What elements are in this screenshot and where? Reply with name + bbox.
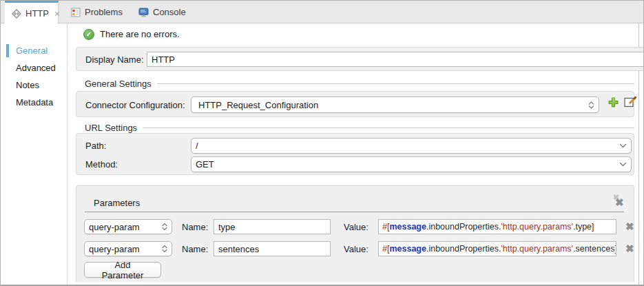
problems-icon bbox=[71, 8, 81, 17]
updown-chevron-icon bbox=[588, 101, 594, 110]
section-rule bbox=[143, 127, 634, 128]
connector-config-label: Connector Configuration: bbox=[85, 100, 185, 110]
tab-console[interactable]: Console bbox=[132, 1, 193, 23]
combo-value: query-param bbox=[89, 244, 162, 254]
selected-indicator bbox=[6, 44, 9, 57]
url-settings-group: Path: / Method: GET bbox=[76, 133, 634, 175]
add-parameter-button[interactable]: Add Parameter bbox=[84, 262, 161, 278]
status-message: There are no errors. bbox=[100, 29, 180, 39]
param-name-input[interactable] bbox=[214, 241, 331, 256]
param-value-input[interactable]: #[message.inboundProperties.'http.query.… bbox=[378, 219, 616, 234]
chevron-down-icon bbox=[619, 162, 627, 167]
sidebar-item-label: Notes bbox=[16, 80, 39, 90]
updown-chevron-icon bbox=[162, 245, 167, 253]
tab-http[interactable]: HTTP × bbox=[5, 1, 59, 24]
section-rule bbox=[157, 83, 634, 84]
param-name-label: Name: bbox=[182, 244, 208, 254]
parameters-group: Parameters ✖ ✖ query-param Name: Value: … bbox=[76, 185, 634, 282]
path-label: Path: bbox=[85, 141, 106, 151]
plus-icon bbox=[607, 96, 619, 108]
sidebar-item-label: Advanced bbox=[16, 63, 56, 73]
method-label: Method: bbox=[85, 159, 118, 170]
tab-label: Problems bbox=[85, 7, 123, 17]
parameters-title: Parameters bbox=[94, 198, 140, 208]
sidebar-item-label: General bbox=[16, 45, 48, 56]
param-value-input[interactable]: #[message.inboundProperties.'http.query.… bbox=[378, 241, 616, 256]
console-icon bbox=[138, 8, 149, 17]
display-name-label: Display Name: bbox=[85, 54, 144, 65]
editor-tab-bar: HTTP × Problems bbox=[1, 1, 643, 23]
combo-value: / bbox=[196, 141, 619, 151]
delete-parameter-icon[interactable]: ✖ bbox=[625, 221, 634, 232]
method-select[interactable]: GET bbox=[191, 156, 632, 172]
section-title: General Settings bbox=[85, 79, 152, 89]
display-name-input[interactable] bbox=[147, 52, 644, 67]
http-connector-icon bbox=[12, 9, 21, 19]
validation-status: ✓ There are no errors. bbox=[83, 28, 180, 40]
sidebar-item-metadata[interactable]: Metadata bbox=[1, 96, 67, 109]
delete-parameter-icon[interactable]: ✖ bbox=[625, 243, 634, 254]
sidebar-item-general[interactable]: General bbox=[1, 44, 67, 57]
connector-config-select[interactable]: HTTP_Request_Configuration bbox=[191, 96, 599, 113]
edit-config-button[interactable] bbox=[624, 96, 636, 108]
connector-config-group: Connector Configuration: HTTP_Request_Co… bbox=[76, 91, 634, 117]
section-title: URL Settings bbox=[85, 123, 137, 133]
combo-value: query-param bbox=[89, 222, 162, 232]
parameters-separator bbox=[85, 212, 624, 212]
sidebar-item-label: Metadata bbox=[16, 97, 53, 108]
add-config-button[interactable] bbox=[607, 96, 619, 108]
combo-value: GET bbox=[196, 159, 619, 170]
edit-icon bbox=[624, 96, 636, 108]
param-value-label: Value: bbox=[344, 244, 368, 254]
chevron-down-icon bbox=[619, 143, 627, 148]
sidebar-item-advanced[interactable]: Advanced bbox=[1, 61, 67, 74]
display-name-group: Display Name: bbox=[76, 47, 644, 71]
success-check-icon: ✓ bbox=[83, 29, 94, 40]
remove-all-parameters-button[interactable]: ✖ ✖ bbox=[613, 194, 627, 208]
param-name-input[interactable] bbox=[214, 219, 331, 234]
general-settings-section: General Settings bbox=[85, 78, 634, 89]
properties-sidebar: General Advanced Notes Metadata bbox=[1, 23, 67, 285]
tab-problems[interactable]: Problems bbox=[64, 1, 129, 23]
param-value-label: Value: bbox=[344, 222, 368, 232]
param-name-label: Name: bbox=[182, 222, 208, 232]
delete-all-icon: ✖ bbox=[615, 196, 624, 209]
param-type-select[interactable]: query-param bbox=[84, 219, 172, 234]
sidebar-item-notes[interactable]: Notes bbox=[1, 79, 67, 92]
updown-chevron-icon bbox=[162, 223, 167, 231]
http-properties-view: HTTP × Problems bbox=[0, 0, 644, 286]
tab-label: Console bbox=[153, 7, 186, 17]
path-select[interactable]: / bbox=[191, 138, 632, 154]
url-settings-section: URL Settings bbox=[85, 122, 634, 133]
param-type-select[interactable]: query-param bbox=[84, 241, 172, 256]
tab-label: HTTP bbox=[25, 8, 49, 19]
combo-value: HTTP_Request_Configuration bbox=[196, 100, 588, 110]
tab-close-icon[interactable]: × bbox=[54, 9, 60, 19]
